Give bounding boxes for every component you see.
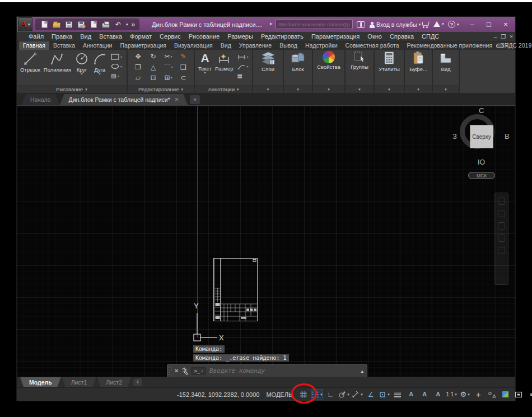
annotation-scale-current-button[interactable]: А — [432, 389, 444, 400]
file-tab-close-icon[interactable]: ✕ — [175, 97, 179, 102]
fillet-button[interactable]: ⌒▾ — [164, 64, 172, 71]
ribbon-tab-visualize[interactable]: Визуализация — [170, 41, 217, 50]
layers-button[interactable]: Слои — [253, 50, 283, 85]
panel-title-annotation[interactable]: Аннотации▾ — [195, 85, 252, 93]
object-snap-button[interactable]: ▾ — [379, 389, 390, 400]
lineweight-button[interactable] — [392, 389, 403, 400]
menu-item-spds[interactable]: СПДС — [418, 33, 443, 40]
command-close-button[interactable]: ✕ — [171, 368, 181, 374]
panel-title-draw[interactable]: Рисование▾ — [17, 85, 127, 93]
ribbon-tab-annotate[interactable]: Аннотации — [79, 41, 116, 50]
search-play-icon[interactable]: ▸ — [270, 21, 273, 26]
text-tool-button[interactable]: A Текст ▾ — [197, 51, 213, 74]
hardware-acceleration-button[interactable] — [500, 389, 511, 400]
new-layout-button[interactable]: + — [133, 378, 142, 386]
snap-dropdown-icon[interactable]: ▾ — [320, 392, 323, 397]
ortho-mode-button[interactable]: ∟ — [325, 389, 336, 400]
panel-expand-clipboard[interactable]: ▾ — [405, 85, 432, 93]
menu-item-dimension[interactable]: Размеры — [223, 33, 257, 40]
command-prompt-chip[interactable]: >_ ▾ — [191, 367, 206, 375]
panel-expand-layers[interactable]: ▾ — [253, 85, 283, 93]
new-drawing-tab-button[interactable]: + — [190, 95, 200, 104]
snap-mode-button[interactable]: ▾ — [311, 389, 323, 400]
sign-in-menu[interactable]: Вход в службы ▾ — [370, 21, 421, 28]
block-button[interactable]: Блок — [284, 50, 312, 85]
stretch-button[interactable]: ▱ — [136, 74, 141, 81]
view-button[interactable]: Вид — [433, 50, 459, 85]
panel-expand-block[interactable]: ▾ — [284, 85, 312, 93]
annotation-scale-value-button[interactable]: 1:1 ▾ — [446, 389, 457, 400]
showmotion-icon[interactable] — [498, 247, 505, 254]
ribbon-tab-manage[interactable]: Управление — [235, 41, 276, 50]
undo-button[interactable]: ↶ — [114, 20, 123, 29]
arc-tool-button[interactable]: Дуга ▾ — [91, 51, 109, 76]
wrench-icon[interactable] — [181, 367, 189, 375]
menu-item-help[interactable]: Справка — [386, 33, 418, 40]
viewcube-top-face[interactable]: Сверху — [470, 125, 493, 148]
steering-wheel-icon[interactable] — [498, 198, 505, 205]
command-input[interactable] — [206, 367, 358, 374]
offset-button[interactable]: ⊂ — [180, 74, 186, 81]
menu-item-tools[interactable]: Сервис — [156, 33, 185, 40]
workspace-switching-button[interactable]: ⚙ ▾ — [459, 389, 470, 400]
erase-button[interactable]: ✎ — [180, 53, 186, 60]
menu-item-modify[interactable]: Редактировать — [257, 33, 307, 40]
ribbon-tab-output[interactable]: Вывод — [276, 41, 301, 50]
menu-item-format[interactable]: Формат — [126, 33, 156, 40]
table-button[interactable]: ▦ — [237, 72, 249, 80]
layout-tab-model[interactable]: Модель — [20, 377, 61, 387]
properties-button[interactable]: Свойства — [313, 50, 344, 85]
viewcube-north[interactable]: С — [479, 106, 484, 115]
panel-expand-utilities[interactable]: ▾ — [375, 85, 404, 93]
mirror-button[interactable]: △ — [151, 64, 156, 71]
window-close-button[interactable]: × — [497, 17, 514, 32]
isometric-drafting-button[interactable]: ∠ — [365, 389, 376, 400]
command-history-expand-icon[interactable]: ▴ — [357, 368, 367, 374]
ribbon-tab-featured-apps[interactable]: Рекомендованные приложения — [403, 41, 497, 50]
ribbon-tab-collaborate[interactable]: Совместная работа — [342, 41, 403, 50]
orbit-icon[interactable] — [498, 235, 505, 242]
panel-title-modify[interactable]: Редактирование▾ — [128, 85, 194, 93]
grid-display-button[interactable] — [298, 389, 309, 400]
menu-item-view[interactable]: Вид — [76, 33, 95, 40]
panel-expand-properties[interactable]: ▾ — [313, 85, 344, 93]
command-line-bar[interactable]: ✕ >_ ▾ ▴ — [167, 364, 367, 377]
ribbon-tab-view[interactable]: Вид — [217, 41, 235, 50]
save-as-button[interactable] — [77, 20, 86, 29]
viewcube-east[interactable]: В — [505, 132, 510, 140]
zoom-icon[interactable] — [498, 222, 505, 229]
panel-expand-view[interactable]: ▾ — [433, 85, 459, 93]
scale-button[interactable]: ⊡ — [150, 74, 156, 81]
undo-dropdown[interactable]: ▾ — [126, 22, 128, 26]
clean-screen-button[interactable] — [513, 389, 524, 400]
print-button[interactable] — [101, 20, 110, 29]
menu-item-draw[interactable]: Рисование — [185, 33, 223, 40]
file-tab-active[interactable]: Дин.блок Рамки с таблицей надписи* ✕ — [60, 94, 188, 105]
menu-item-edit[interactable]: Правка — [48, 33, 76, 40]
file-tab-start[interactable]: Начало — [21, 94, 60, 105]
new-file-button[interactable] — [40, 20, 49, 29]
annotation-autoscale-button[interactable]: А — [419, 389, 430, 400]
panel-expand-groups[interactable]: ▾ — [346, 85, 374, 93]
window-maximize-button[interactable]: □ — [480, 17, 497, 32]
menu-item-window[interactable]: Окно — [363, 33, 386, 40]
layout-tab-list1[interactable]: Лист1 — [62, 377, 96, 387]
open-file-button[interactable] — [52, 20, 61, 29]
menu-item-insert[interactable]: Вставка — [95, 33, 126, 40]
mdi-restore-button[interactable]: ❐ — [501, 34, 506, 40]
model-space-button[interactable]: МОДЕЛЬ — [266, 391, 292, 398]
groups-button[interactable]: Группы — [346, 50, 374, 85]
rotate-button[interactable]: ↻ — [150, 53, 156, 60]
help-search-input[interactable] — [278, 21, 350, 27]
navigation-bar[interactable] — [494, 193, 508, 285]
annotation-visibility-button[interactable]: А — [405, 389, 417, 400]
ribbon-tab-home[interactable]: Главная — [19, 41, 49, 50]
ribbon-minimize-button[interactable]: ▾ — [496, 43, 511, 49]
search-button[interactable] — [357, 21, 365, 27]
layout-tab-list2[interactable]: Лист2 — [97, 377, 131, 387]
hatch-tool-button[interactable]: ▨ ▾ — [111, 72, 122, 80]
ellipse-tool-button[interactable]: ▾ — [111, 62, 122, 71]
leader-button[interactable]: ▾ — [237, 62, 249, 71]
explode-button[interactable]: ❑ — [180, 64, 186, 71]
trim-button[interactable]: ✂▾ — [164, 53, 172, 60]
